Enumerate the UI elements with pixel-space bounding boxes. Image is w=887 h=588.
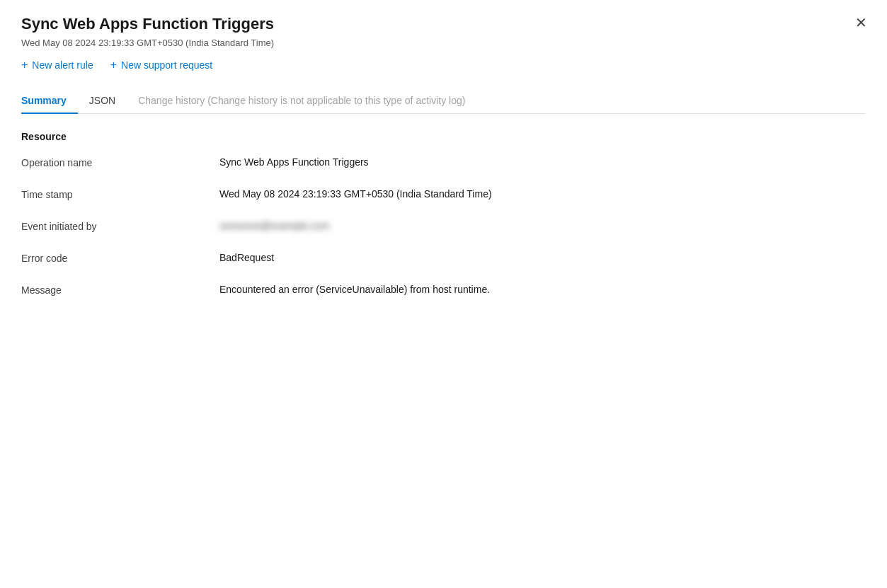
action-buttons: + New alert rule + New support request	[21, 59, 866, 71]
title-section: Sync Web Apps Function Triggers Wed May …	[21, 14, 866, 48]
close-button[interactable]: ✕	[852, 13, 870, 33]
summary-content: Resource Operation name Sync Web Apps Fu…	[21, 131, 866, 296]
event-initiated-by-value: someone@example.com	[219, 220, 866, 232]
time-stamp-label: Time stamp	[21, 188, 219, 200]
tab-summary[interactable]: Summary	[21, 88, 78, 113]
event-initiated-by-label: Event initiated by	[21, 220, 219, 232]
page-title: Sync Web Apps Function Triggers	[21, 14, 866, 35]
new-support-request-button[interactable]: + New support request	[110, 59, 213, 71]
detail-grid: Operation name Sync Web Apps Function Tr…	[21, 156, 866, 296]
tab-json[interactable]: JSON	[89, 88, 127, 113]
operation-name-label: Operation name	[21, 156, 219, 168]
plus-icon-support: +	[110, 59, 117, 71]
detail-panel: ✕ Sync Web Apps Function Triggers Wed Ma…	[0, 0, 887, 588]
section-resource-label: Resource	[21, 131, 866, 142]
plus-icon-alert: +	[21, 59, 28, 71]
message-value: Encountered an error (ServiceUnavailable…	[219, 284, 866, 296]
operation-name-value: Sync Web Apps Function Triggers	[219, 156, 866, 168]
tabs-container: Summary JSON Change history (Change hist…	[21, 88, 866, 114]
close-icon: ✕	[855, 16, 867, 30]
page-subtitle: Wed May 08 2024 23:19:33 GMT+0530 (India…	[21, 38, 866, 48]
error-code-value: BadRequest	[219, 252, 866, 264]
error-code-label: Error code	[21, 252, 219, 264]
time-stamp-value: Wed May 08 2024 23:19:33 GMT+0530 (India…	[219, 188, 866, 200]
new-alert-rule-button[interactable]: + New alert rule	[21, 59, 93, 71]
new-support-request-label: New support request	[121, 59, 212, 71]
tab-change-history: Change history (Change history is not ap…	[138, 88, 476, 113]
message-label: Message	[21, 284, 219, 296]
new-alert-rule-label: New alert rule	[32, 59, 93, 71]
